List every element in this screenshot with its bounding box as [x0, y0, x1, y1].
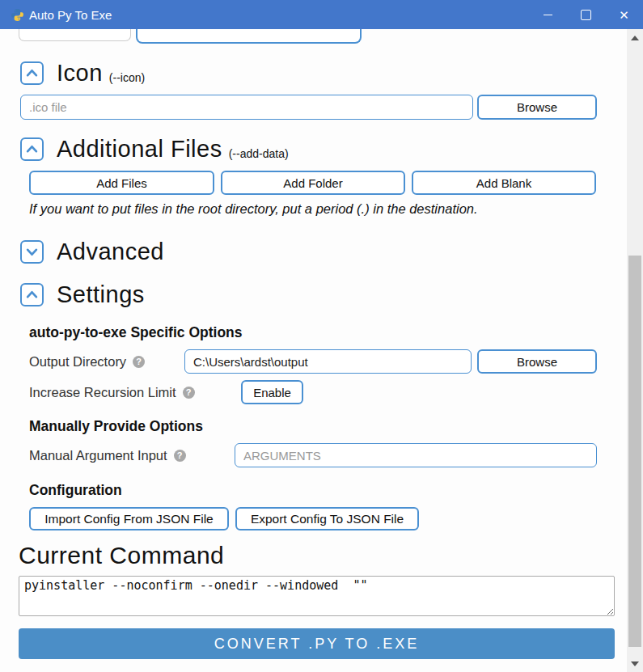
python-logo-icon: [11, 8, 24, 22]
output-directory-row-label: Output Directory ?: [29, 349, 145, 374]
minimize-icon: [544, 15, 552, 15]
manual-argument-input[interactable]: [235, 443, 597, 467]
window-controls: ✕: [529, 0, 643, 29]
titlebar: Auto Py To Exe ✕: [0, 0, 643, 29]
settings-section-title: Settings: [57, 281, 145, 308]
maximize-icon: [581, 10, 591, 20]
settings-section-header: Settings: [20, 281, 145, 308]
advanced-section-title: Advanced: [57, 239, 164, 265]
add-blank-button[interactable]: Add Blank: [412, 171, 596, 195]
convert-button[interactable]: CONVERT .PY TO .EXE: [19, 628, 615, 659]
additional-files-section-flag: (--add-data): [229, 147, 289, 163]
window-based-button-partial[interactable]: [136, 29, 362, 44]
close-button[interactable]: ✕: [605, 0, 643, 29]
icon-section-title: Icon: [57, 60, 103, 87]
add-files-button[interactable]: Add Files: [29, 171, 214, 195]
add-folder-button[interactable]: Add Folder: [221, 171, 405, 195]
advanced-section-header: Advanced: [20, 239, 164, 265]
output-directory-help-icon[interactable]: ?: [133, 356, 145, 368]
ico-file-input[interactable]: [20, 95, 473, 120]
output-directory-input[interactable]: [184, 349, 472, 374]
settings-collapse-toggle[interactable]: [20, 283, 44, 306]
icon-section-header: Icon (--icon): [20, 60, 145, 87]
close-icon: ✕: [619, 9, 629, 21]
current-command-textarea[interactable]: pyinstaller --noconfirm --onedir --windo…: [19, 576, 615, 616]
manual-argument-label: Manual Argument Input: [29, 448, 167, 463]
recursion-limit-row-label: Increase Recursion Limit ?: [29, 380, 195, 404]
export-config-button[interactable]: Export Config To JSON File: [235, 507, 419, 530]
maximize-button[interactable]: [567, 0, 605, 29]
advanced-collapse-toggle[interactable]: [20, 240, 44, 264]
vertical-scrollbar[interactable]: [627, 29, 643, 672]
scroll-up-icon: [631, 36, 639, 40]
console-based-button-partial[interactable]: [19, 29, 131, 41]
chevron-down-icon: [25, 245, 39, 259]
recursion-limit-help-icon[interactable]: ?: [183, 387, 195, 399]
recursion-enable-button[interactable]: Enable: [241, 380, 303, 404]
icon-browse-button[interactable]: Browse: [477, 95, 597, 120]
scroll-up-button[interactable]: [627, 31, 643, 44]
window-title: Auto Py To Exe: [29, 0, 112, 29]
minimize-button[interactable]: [529, 0, 567, 29]
chevron-up-icon: [25, 288, 39, 302]
specific-options-heading: auto-py-to-exe Specific Options: [29, 324, 243, 341]
icon-collapse-toggle[interactable]: [20, 61, 44, 85]
import-config-button[interactable]: Import Config From JSON File: [29, 507, 229, 530]
manual-argument-help-icon[interactable]: ?: [174, 450, 186, 462]
configuration-heading: Configuration: [29, 482, 122, 499]
icon-section-flag: (--icon): [109, 71, 145, 87]
chevron-up-icon: [25, 142, 39, 156]
additional-files-section-header: Additional Files (--add-data): [20, 136, 289, 163]
manual-argument-row-label: Manual Argument Input ?: [29, 443, 186, 467]
scroll-down-icon: [631, 661, 639, 666]
recursion-limit-label: Increase Recursion Limit: [29, 385, 176, 400]
scroll-down-button[interactable]: [627, 657, 643, 670]
additional-files-note: If you want to put files in the root dir…: [29, 201, 478, 217]
additional-files-section-title: Additional Files: [57, 136, 222, 163]
output-directory-browse-button[interactable]: Browse: [477, 349, 597, 374]
app-window: Auto Py To Exe ✕ Icon (--icon) Browse Ad…: [0, 0, 643, 672]
output-directory-label: Output Directory: [29, 354, 126, 370]
scrollbar-thumb[interactable]: [628, 256, 641, 647]
current-command-title: Current Command: [19, 542, 224, 569]
additional-files-collapse-toggle[interactable]: [20, 137, 44, 161]
manual-options-heading: Manually Provide Options: [29, 418, 203, 435]
chevron-up-icon: [25, 66, 39, 80]
